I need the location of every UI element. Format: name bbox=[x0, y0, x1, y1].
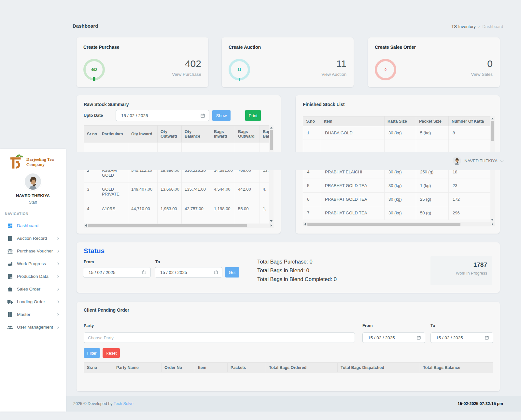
finished-stock-header-row: S.no Item Katta Size Packet Size Number … bbox=[303, 116, 491, 126]
column-header: Bags Outward bbox=[235, 126, 260, 142]
table-cell: PRABHAT GOLD TEA bbox=[321, 206, 385, 220]
table-cell: 25 (g) bbox=[416, 193, 449, 206]
table-cell: 30 (kg) bbox=[385, 179, 416, 193]
scroll-up-icon[interactable] bbox=[491, 118, 494, 119]
chevron-right-icon bbox=[56, 262, 59, 265]
horizontal-scrollbar-thumb[interactable] bbox=[88, 224, 247, 227]
calendar-icon bbox=[416, 335, 421, 340]
sidebar-item-auction-record[interactable]: Auction Record bbox=[0, 232, 66, 245]
card-title: Create Auction bbox=[229, 45, 261, 50]
scroll-right-icon[interactable] bbox=[271, 224, 272, 227]
column-header: Total Bags Dispatched bbox=[338, 363, 420, 373]
dashboard-grid-icon bbox=[7, 223, 13, 229]
scroll-up-icon[interactable] bbox=[270, 127, 273, 129]
table-cell: 13,666.00 bbox=[158, 183, 182, 202]
auction-record-icon bbox=[7, 236, 13, 241]
table-cell: 30 (kg) bbox=[385, 206, 416, 220]
sidebar-item-sales-order[interactable]: Sales Order bbox=[0, 283, 66, 295]
company-logo[interactable]: Darjeeling Tea Company bbox=[0, 154, 66, 170]
status-from-date-input[interactable]: 15 / 02 / 2025 bbox=[83, 267, 151, 278]
view-purchase-link[interactable]: View Purchase bbox=[172, 72, 201, 77]
horizontal-scrollbar[interactable] bbox=[84, 224, 274, 228]
create-purchase-card: Create Purchase 402 402 View Purchase bbox=[77, 37, 208, 87]
view-sales-link[interactable]: View Sales bbox=[471, 72, 493, 77]
sidebar-item-production-data[interactable]: Production Data bbox=[0, 270, 66, 283]
sidebar-item-label: Sales Order bbox=[17, 287, 40, 291]
reset-button[interactable]: Reset bbox=[103, 348, 120, 358]
total-bags-purchase: Total Bags Purchase: 0 bbox=[257, 259, 313, 265]
column-header: Total Bags Ordered bbox=[266, 363, 338, 373]
party-input[interactable] bbox=[84, 332, 355, 343]
scroll-left-icon[interactable] bbox=[304, 223, 306, 225]
user-avatar bbox=[453, 156, 461, 165]
column-header: Item bbox=[195, 363, 228, 373]
vertical-scrollbar-thumb[interactable] bbox=[270, 130, 273, 150]
table-cell: DHABA GOLD bbox=[321, 126, 385, 140]
horizontal-scrollbar-thumb[interactable] bbox=[307, 223, 460, 226]
raw-stock-table-viewport: Sr.no Particulars Oty Inward Oty Outward… bbox=[84, 125, 269, 224]
scroll-down-icon[interactable] bbox=[491, 219, 494, 221]
table-cell bbox=[235, 217, 260, 224]
table-cell: A10RS bbox=[99, 202, 128, 217]
table-cell: 30 (kg) bbox=[385, 126, 416, 140]
ring-value: 402 bbox=[91, 68, 97, 72]
sidebar-item-purchase-voucher[interactable]: Purchase Voucher bbox=[0, 245, 66, 257]
breadcrumb-parent[interactable]: TS-Inventory bbox=[451, 24, 475, 29]
wip-label: Work In Progress bbox=[430, 271, 487, 276]
panel-title: Raw Stock Summary bbox=[84, 102, 129, 107]
status-panel: Status From 15 / 02 / 2025 To 15 / 02 / … bbox=[77, 242, 500, 293]
sidebar-item-dashboard[interactable]: Dashboard bbox=[0, 219, 66, 232]
view-auction-link[interactable]: View Auction bbox=[321, 72, 346, 77]
status-to-date-input[interactable]: 15 / 02 / 2025 bbox=[155, 267, 222, 278]
table-cell: PRABHAT GOLD TEA bbox=[321, 179, 385, 193]
column-header: Total Bags Balance bbox=[420, 363, 493, 373]
sales-order-icon bbox=[7, 286, 13, 292]
table-cell: 5 bbox=[303, 179, 321, 193]
to-label: To bbox=[430, 323, 435, 328]
vertical-scrollbar[interactable] bbox=[269, 125, 274, 224]
developer-link[interactable]: Tech Solve bbox=[114, 401, 134, 406]
user-menu[interactable]: NAVED THEKIYA bbox=[453, 156, 503, 165]
sidebar-item-work-progress[interactable]: Work Progress bbox=[0, 257, 66, 270]
sidebar-user-name: NAVED THEKIYA bbox=[0, 193, 66, 198]
scroll-right-icon[interactable] bbox=[492, 223, 493, 225]
calendar-icon bbox=[485, 335, 489, 340]
get-button[interactable]: Get bbox=[225, 267, 239, 278]
sidebar-item-user-management[interactable]: User Management bbox=[0, 321, 66, 333]
raw-stock-table: Sr.no Particulars Oty Inward Oty Outward… bbox=[84, 125, 269, 224]
pending-to-date-input[interactable]: 15 / 02 / 2025 bbox=[430, 332, 493, 343]
date-value: 15 / 02 / 2025 bbox=[89, 270, 116, 275]
column-header: Sr.no bbox=[84, 126, 99, 142]
calendar-icon bbox=[200, 113, 205, 118]
table-cell bbox=[158, 217, 182, 224]
pending-from-date-input[interactable]: 15 / 02 / 2025 bbox=[362, 332, 425, 343]
table-cell: 296 bbox=[449, 206, 491, 220]
table-cell: 172 bbox=[449, 193, 491, 206]
create-sales-order-card: Create Sales Order 0 0 View Sales bbox=[368, 37, 500, 87]
table-cell: 6 bbox=[303, 193, 321, 206]
raw-stock-header-row: Sr.no Particulars Oty Inward Oty Outward… bbox=[84, 126, 269, 142]
table-cell: 1 bbox=[303, 126, 321, 140]
vertical-scrollbar-thumb[interactable] bbox=[491, 121, 494, 141]
table-cell bbox=[99, 217, 128, 224]
table-row-partial bbox=[84, 217, 269, 224]
chevron-right-icon bbox=[56, 313, 59, 316]
breadcrumb-current: Dashboard bbox=[482, 24, 503, 29]
column-header: Oty Outward bbox=[158, 126, 182, 142]
client-pending-table: Sr.no Party Name Order No Item Packets T… bbox=[84, 362, 493, 373]
sidebar-item-master[interactable]: Master bbox=[0, 308, 66, 321]
column-header: Oty Balance bbox=[182, 126, 211, 142]
table-cell: 442.00 bbox=[235, 183, 260, 202]
sidebar-item-loading-order[interactable]: Loading Order bbox=[0, 295, 66, 308]
upto-date-input[interactable]: 15 / 02 / 2025 bbox=[116, 110, 209, 121]
scroll-left-icon[interactable] bbox=[85, 224, 87, 227]
show-button[interactable]: Show bbox=[212, 110, 231, 121]
table-row: 7 PRABHAT GOLD TEA 30 (kg) 50 (g) 296 bbox=[303, 206, 491, 220]
horizontal-scrollbar[interactable] bbox=[303, 222, 495, 226]
filter-button[interactable]: Filter bbox=[84, 348, 100, 358]
scroll-down-icon[interactable] bbox=[270, 220, 273, 222]
print-button[interactable]: Print bbox=[245, 110, 261, 121]
ring-value: 0 bbox=[385, 68, 387, 72]
table-row: 4 A10RS 44,710.00 1,953.00 42,757.00 1,1… bbox=[84, 202, 269, 217]
column-header: Katta Size bbox=[385, 116, 416, 126]
